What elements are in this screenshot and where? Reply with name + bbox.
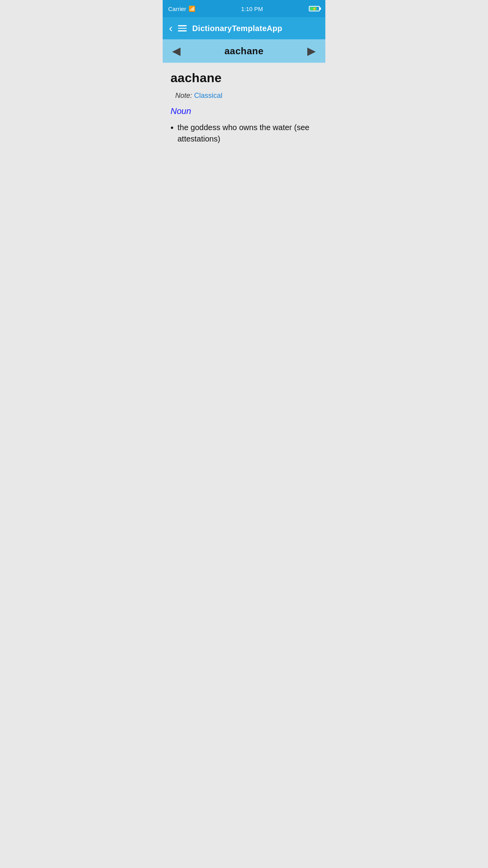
battery-bolt: ⚡ bbox=[312, 7, 317, 11]
status-right: ⚡ bbox=[309, 6, 320, 11]
definition-text: the goddess who owns the water (see atte… bbox=[178, 122, 317, 145]
menu-line-1 bbox=[178, 25, 187, 26]
battery-icon: ⚡ bbox=[309, 6, 320, 11]
wifi-icon: 📶 bbox=[189, 6, 195, 12]
note-line: Note: Classical bbox=[171, 92, 317, 100]
part-of-speech: Noun bbox=[171, 106, 317, 116]
note-label: Note: bbox=[175, 92, 192, 99]
menu-button[interactable] bbox=[178, 25, 187, 31]
app-title: DictionaryTemplateApp bbox=[192, 24, 282, 33]
content-area: aachane Note: Classical Noun • the godde… bbox=[163, 63, 325, 291]
next-word-button[interactable]: ▶ bbox=[304, 42, 319, 60]
bullet-icon: • bbox=[171, 122, 174, 134]
menu-line-2 bbox=[178, 28, 187, 29]
status-left: Carrier 📶 bbox=[168, 6, 195, 12]
word-nav-bar: ◀ aachane ▶ bbox=[163, 39, 325, 63]
status-time: 1:10 PM bbox=[241, 6, 263, 12]
entry-word: aachane bbox=[171, 71, 317, 85]
carrier-label: Carrier bbox=[168, 6, 186, 12]
back-button[interactable]: ‹ bbox=[169, 23, 172, 34]
menu-line-3 bbox=[178, 30, 187, 31]
battery-body: ⚡ bbox=[309, 6, 320, 11]
current-word-title: aachane bbox=[224, 46, 264, 57]
nav-bar: ‹ DictionaryTemplateApp bbox=[163, 17, 325, 39]
status-bar: Carrier 📶 1:10 PM ⚡ bbox=[163, 0, 325, 17]
definition-list: • the goddess who owns the water (see at… bbox=[171, 122, 317, 145]
prev-word-button[interactable]: ◀ bbox=[169, 42, 184, 60]
definition-item: • the goddess who owns the water (see at… bbox=[171, 122, 317, 145]
note-value: Classical bbox=[194, 92, 222, 99]
